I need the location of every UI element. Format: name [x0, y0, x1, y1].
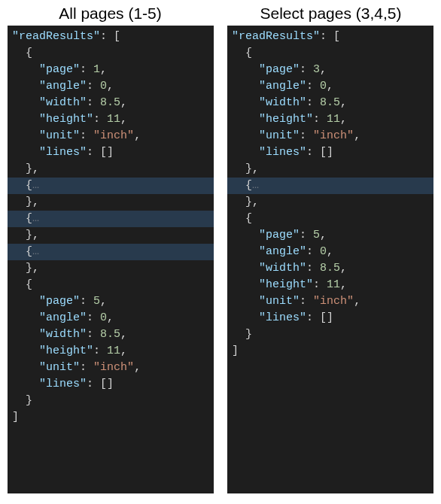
- title-right: Select pages (3,4,5): [220, 0, 441, 26]
- code-line: "page": 5,: [8, 293, 214, 310]
- folded-block[interactable]: {…: [8, 211, 214, 227]
- code-line: "unit": "inch",: [227, 293, 433, 310]
- code-line: }: [227, 326, 433, 343]
- panels-row: "readResults": [ { "page": 1, "angle": 0…: [0, 26, 441, 504]
- code-line: "angle": 0,: [227, 78, 433, 95]
- code-line: ]: [8, 409, 214, 426]
- code-line: "width": 8.5,: [227, 95, 433, 111]
- code-line: },: [227, 161, 433, 178]
- folded-block[interactable]: {…: [8, 178, 214, 194]
- code-line: "angle": 0,: [227, 244, 433, 260]
- code-line: "angle": 0,: [8, 310, 214, 326]
- code-line: "height": 11,: [8, 343, 214, 360]
- code-line: "lines": []: [8, 376, 214, 393]
- titles-row: All pages (1-5) Select pages (3,4,5): [0, 0, 441, 26]
- folded-block[interactable]: {…: [227, 178, 433, 194]
- code-line: {: [8, 45, 214, 62]
- code-line: "page": 1,: [8, 62, 214, 78]
- code-panel-left[interactable]: "readResults": [ { "page": 1, "angle": 0…: [8, 26, 214, 493]
- folded-block[interactable]: {…: [8, 244, 214, 260]
- code-line: {: [8, 277, 214, 293]
- code-line: {: [227, 45, 433, 62]
- code-line: },: [8, 194, 214, 211]
- code-line: "height": 11,: [8, 111, 214, 128]
- code-line: {: [227, 211, 433, 227]
- code-line: "lines": []: [227, 144, 433, 161]
- code-line: "width": 8.5,: [8, 95, 214, 111]
- title-left: All pages (1-5): [0, 0, 220, 26]
- code-line: "readResults": [: [8, 29, 214, 45]
- code-panel-right[interactable]: "readResults": [ { "page": 3, "angle": 0…: [227, 26, 433, 493]
- code-line: "lines": []: [227, 310, 433, 326]
- code-line: "unit": "inch",: [8, 128, 214, 144]
- code-line: "height": 11,: [227, 111, 433, 128]
- code-line: }: [8, 393, 214, 409]
- code-line: },: [8, 227, 214, 244]
- code-line: "angle": 0,: [8, 78, 214, 95]
- code-line: "lines": []: [8, 144, 214, 161]
- code-line: "unit": "inch",: [8, 360, 214, 376]
- code-line: },: [8, 161, 214, 178]
- code-line: "page": 3,: [227, 62, 433, 78]
- code-line: },: [8, 260, 214, 277]
- code-line: "readResults": [: [227, 29, 433, 45]
- code-line: "unit": "inch",: [227, 128, 433, 144]
- code-line: "page": 5,: [227, 227, 433, 244]
- code-line: ]: [227, 343, 433, 360]
- code-line: "height": 11,: [227, 277, 433, 293]
- code-line: "width": 8.5,: [227, 260, 433, 277]
- code-line: "width": 8.5,: [8, 326, 214, 343]
- code-line: },: [227, 194, 433, 211]
